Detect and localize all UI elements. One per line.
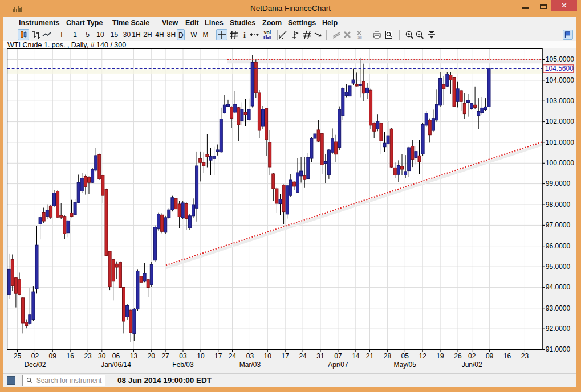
svg-text:03: 03 xyxy=(246,352,254,360)
svg-text:Jan/06/14: Jan/06/14 xyxy=(101,361,131,369)
svg-text:10: 10 xyxy=(197,352,205,360)
svg-text:102.0000: 102.0000 xyxy=(546,117,574,125)
svg-text:24: 24 xyxy=(299,352,307,360)
svg-text:Feb/03: Feb/03 xyxy=(172,361,194,369)
svg-text:93.0000: 93.0000 xyxy=(546,304,571,312)
svg-text:30: 30 xyxy=(98,352,106,360)
svg-text:23: 23 xyxy=(521,352,529,360)
svg-text:104.0000: 104.0000 xyxy=(546,76,574,84)
svg-text:105.0000: 105.0000 xyxy=(546,55,574,63)
svg-text:Dec/02: Dec/02 xyxy=(24,361,46,369)
svg-text:02: 02 xyxy=(468,352,476,360)
svg-text:101.0000: 101.0000 xyxy=(546,138,574,146)
svg-text:16: 16 xyxy=(67,352,75,360)
svg-text:vol: vol xyxy=(264,30,271,35)
svg-text:09: 09 xyxy=(486,352,494,360)
svg-text:Mar/03: Mar/03 xyxy=(239,361,261,369)
svg-text:24: 24 xyxy=(229,352,237,360)
svg-text:13: 13 xyxy=(130,352,138,360)
svg-text:91.0000: 91.0000 xyxy=(546,345,571,353)
svg-text:31: 31 xyxy=(316,352,324,360)
svg-text:10: 10 xyxy=(264,352,272,360)
svg-text:98.0000: 98.0000 xyxy=(546,201,571,209)
svg-text:28: 28 xyxy=(384,352,392,360)
svg-text:14: 14 xyxy=(352,352,360,360)
svg-text:02: 02 xyxy=(31,352,39,360)
svg-text:17: 17 xyxy=(282,352,290,360)
svg-text:100.0000: 100.0000 xyxy=(546,159,574,167)
svg-text:21: 21 xyxy=(366,352,374,360)
svg-text:06: 06 xyxy=(112,352,120,360)
svg-text:12: 12 xyxy=(419,352,427,360)
svg-text:WTI Crude 1. pos. , Daily, # 1: WTI Crude 1. pos. , Daily, # 140 / 300 xyxy=(7,41,126,49)
svg-text:103.0000: 103.0000 xyxy=(546,97,574,105)
svg-text:97.0000: 97.0000 xyxy=(546,221,571,229)
svg-text:95.0000: 95.0000 xyxy=(546,263,571,271)
svg-text:all: all xyxy=(357,35,362,40)
svg-text:Jun/02: Jun/02 xyxy=(462,361,482,369)
svg-text:16: 16 xyxy=(503,352,511,360)
svg-text:i: i xyxy=(243,31,246,39)
svg-text:99.0000: 99.0000 xyxy=(546,179,571,187)
svg-text:09: 09 xyxy=(49,352,57,360)
svg-text:19: 19 xyxy=(436,352,444,360)
svg-text:96.0000: 96.0000 xyxy=(546,242,571,250)
svg-text:07: 07 xyxy=(334,352,342,360)
svg-text:94.0000: 94.0000 xyxy=(546,283,571,291)
svg-text:Apr/07: Apr/07 xyxy=(328,361,348,369)
svg-text:05: 05 xyxy=(401,352,409,360)
svg-text:104.5600: 104.5600 xyxy=(545,64,574,72)
svg-text:27: 27 xyxy=(161,352,169,360)
svg-text:May/05: May/05 xyxy=(394,361,417,369)
svg-text:23: 23 xyxy=(84,352,92,360)
svg-text:25: 25 xyxy=(14,352,22,360)
svg-text:92.0000: 92.0000 xyxy=(546,325,571,333)
svg-text:26: 26 xyxy=(454,352,462,360)
svg-text:20: 20 xyxy=(148,352,156,360)
svg-text:17: 17 xyxy=(214,352,222,360)
svg-text:03: 03 xyxy=(179,352,187,360)
